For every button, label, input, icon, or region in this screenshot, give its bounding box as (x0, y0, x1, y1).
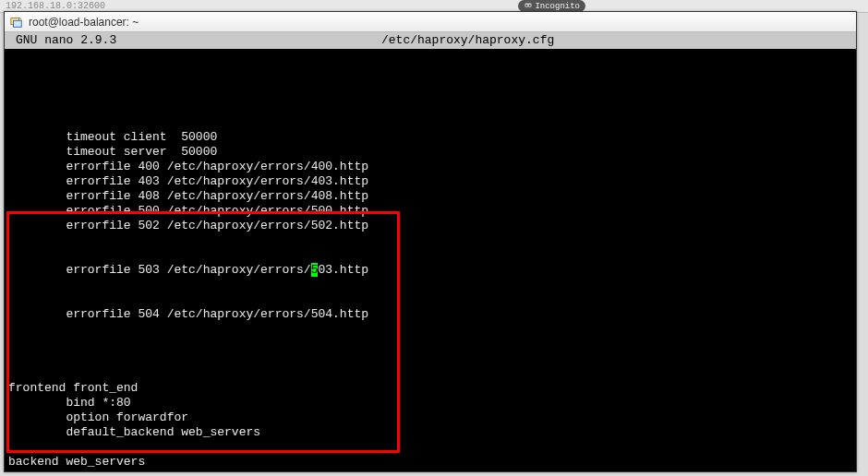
desktop-background: 192.168.18.0:32600 Incognito root@load-b… (0, 0, 868, 476)
window-titlebar[interactable]: root@load-balancer: ~ (5, 12, 856, 32)
incognito-label: Incognito (535, 2, 580, 11)
svg-point-1 (528, 4, 531, 6)
config-line (5, 440, 856, 455)
putty-icon (10, 16, 23, 29)
config-line: errorfile 502 /etc/haproxy/errors/502.ht… (5, 219, 856, 233)
nano-version: GNU nano 2.9.3 (5, 32, 116, 49)
cursor-before: errorfile 503 /etc/haproxy/errors/ (8, 263, 311, 277)
address-fragment: 192.168.18.0:32600 (6, 1, 105, 11)
config-line-cursor: errorfile 503 /etc/haproxy/errors/503.ht… (5, 263, 856, 278)
config-line: errorfile 500 /etc/haproxy/errors/500.ht… (5, 204, 856, 219)
config-line: errorfile 403 /etc/haproxy/errors/403.ht… (5, 174, 856, 189)
config-line: errorfile 400 /etc/haproxy/errors/400.ht… (5, 160, 856, 174)
config-line: bind *:80 (5, 396, 856, 411)
terminal-content[interactable]: timeout client 50000 timeout server 5000… (5, 49, 856, 471)
svg-point-0 (525, 4, 528, 6)
config-line: errorfile 408 /etc/haproxy/errors/408.ht… (5, 189, 856, 204)
config-line (5, 337, 856, 351)
config-line: errorfile 504 /etc/haproxy/errors/504.ht… (5, 307, 856, 322)
config-line: balance roundrobin (5, 470, 856, 471)
config-line: backend web_servers (5, 455, 856, 470)
svg-rect-3 (14, 20, 22, 27)
config-line: timeout client 50000 (5, 130, 856, 145)
config-line: frontend front_end (5, 381, 856, 396)
config-line: default_backend web_servers (5, 425, 856, 440)
config-line (5, 322, 856, 337)
nano-filename: /etc/haproxy/haproxy.cfg (381, 32, 591, 49)
window-title: root@load-balancer: ~ (29, 16, 139, 29)
terminal-window: root@load-balancer: ~ GNU nano 2.9.3 /et… (4, 11, 857, 472)
cursor-after: 03.http (318, 263, 368, 277)
config-line: option forwardfor (5, 411, 856, 425)
nano-header-bar: GNU nano 2.9.3 /etc/haproxy/haproxy.cfg (5, 32, 856, 49)
config-line (5, 86, 856, 101)
config-line: timeout server 50000 (5, 145, 856, 160)
